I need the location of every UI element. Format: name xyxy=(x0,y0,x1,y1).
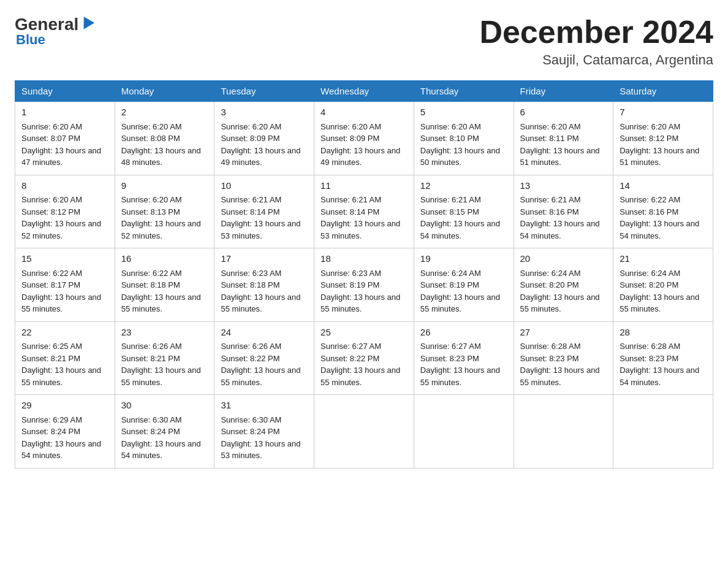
calendar-cell: 16Sunrise: 6:22 AMSunset: 8:18 PMDayligh… xyxy=(115,248,214,322)
calendar-cell: 13Sunrise: 6:21 AMSunset: 8:16 PMDayligh… xyxy=(514,175,613,248)
sunrise-label: Sunrise: 6:27 AM xyxy=(420,342,481,351)
week-row-1: 1Sunrise: 6:20 AMSunset: 8:07 PMDaylight… xyxy=(15,102,713,175)
day-number: 12 xyxy=(420,179,507,193)
day-number: 10 xyxy=(221,179,308,193)
sunset-label: Sunset: 8:21 PM xyxy=(121,354,180,363)
sunrise-label: Sunrise: 6:22 AM xyxy=(121,269,182,278)
calendar-cell: 20Sunrise: 6:24 AMSunset: 8:20 PMDayligh… xyxy=(514,248,613,322)
daylight-label: Daylight: 13 hours and 55 minutes. xyxy=(420,293,500,314)
sunrise-label: Sunrise: 6:20 AM xyxy=(620,122,680,131)
daylight-label: Daylight: 13 hours and 55 minutes. xyxy=(520,293,600,314)
sunrise-label: Sunrise: 6:21 AM xyxy=(420,195,481,204)
sunrise-label: Sunrise: 6:20 AM xyxy=(520,122,581,131)
calendar-cell xyxy=(414,395,514,469)
calendar-cell xyxy=(514,395,613,469)
calendar-cell: 24Sunrise: 6:26 AMSunset: 8:22 PMDayligh… xyxy=(214,321,314,395)
sunrise-label: Sunrise: 6:26 AM xyxy=(121,342,182,351)
week-row-4: 22Sunrise: 6:25 AMSunset: 8:21 PMDayligh… xyxy=(15,321,713,395)
calendar-header-row: SundayMondayTuesdayWednesdayThursdayFrid… xyxy=(15,81,713,102)
sunrise-label: Sunrise: 6:20 AM xyxy=(21,195,82,204)
sunset-label: Sunset: 8:13 PM xyxy=(121,207,180,216)
daylight-label: Daylight: 13 hours and 54 minutes. xyxy=(21,439,101,461)
sunset-label: Sunset: 8:09 PM xyxy=(221,134,279,143)
day-header-friday: Friday xyxy=(514,81,613,102)
daylight-label: Daylight: 13 hours and 52 minutes. xyxy=(121,219,201,240)
daylight-label: Daylight: 13 hours and 53 minutes. xyxy=(320,219,400,240)
day-number: 9 xyxy=(121,179,208,193)
day-number: 28 xyxy=(620,326,707,340)
sunrise-label: Sunrise: 6:24 AM xyxy=(520,269,581,278)
sunrise-label: Sunrise: 6:28 AM xyxy=(620,342,680,351)
daylight-label: Daylight: 13 hours and 50 minutes. xyxy=(420,146,500,167)
day-header-tuesday: Tuesday xyxy=(214,81,314,102)
day-header-thursday: Thursday xyxy=(414,81,514,102)
calendar-table: SundayMondayTuesdayWednesdayThursdayFrid… xyxy=(15,80,713,469)
sunset-label: Sunset: 8:14 PM xyxy=(320,207,379,216)
daylight-label: Daylight: 13 hours and 54 minutes. xyxy=(121,439,201,461)
daylight-label: Daylight: 13 hours and 51 minutes. xyxy=(520,146,600,167)
sunrise-label: Sunrise: 6:20 AM xyxy=(420,122,481,131)
daylight-label: Daylight: 13 hours and 49 minutes. xyxy=(320,146,400,167)
calendar-cell: 11Sunrise: 6:21 AMSunset: 8:14 PMDayligh… xyxy=(314,175,414,248)
day-number: 29 xyxy=(21,399,108,413)
day-number: 20 xyxy=(520,252,607,266)
sunset-label: Sunset: 8:07 PM xyxy=(21,134,80,143)
day-header-sunday: Sunday xyxy=(15,81,115,102)
calendar-cell: 14Sunrise: 6:22 AMSunset: 8:16 PMDayligh… xyxy=(613,175,713,248)
sunrise-label: Sunrise: 6:27 AM xyxy=(320,342,381,351)
page-header: General Blue December 2024 Saujil, Catam… xyxy=(15,15,713,68)
sunset-label: Sunset: 8:08 PM xyxy=(121,134,180,143)
day-number: 27 xyxy=(520,326,607,340)
day-number: 16 xyxy=(121,252,208,266)
calendar-cell: 2Sunrise: 6:20 AMSunset: 8:08 PMDaylight… xyxy=(115,102,214,175)
daylight-label: Daylight: 13 hours and 52 minutes. xyxy=(21,219,101,240)
logo-blue: Blue xyxy=(16,32,45,48)
daylight-label: Daylight: 13 hours and 55 minutes. xyxy=(221,293,300,314)
sunset-label: Sunset: 8:18 PM xyxy=(221,280,279,289)
day-number: 11 xyxy=(320,179,408,193)
sunset-label: Sunset: 8:21 PM xyxy=(21,354,80,363)
calendar-cell: 7Sunrise: 6:20 AMSunset: 8:12 PMDaylight… xyxy=(613,102,713,175)
sunrise-label: Sunrise: 6:24 AM xyxy=(420,269,481,278)
sunrise-label: Sunrise: 6:25 AM xyxy=(21,342,82,351)
sunset-label: Sunset: 8:10 PM xyxy=(420,134,479,143)
calendar-cell xyxy=(613,395,713,469)
day-number: 25 xyxy=(320,326,408,340)
day-header-monday: Monday xyxy=(115,81,214,102)
daylight-label: Daylight: 13 hours and 51 minutes. xyxy=(620,146,699,167)
daylight-label: Daylight: 13 hours and 55 minutes. xyxy=(620,293,699,314)
calendar-cell: 9Sunrise: 6:20 AMSunset: 8:13 PMDaylight… xyxy=(115,175,214,248)
sunrise-label: Sunrise: 6:20 AM xyxy=(320,122,381,131)
week-row-3: 15Sunrise: 6:22 AMSunset: 8:17 PMDayligh… xyxy=(15,248,713,322)
sunset-label: Sunset: 8:14 PM xyxy=(221,207,279,216)
sunset-label: Sunset: 8:09 PM xyxy=(320,134,379,143)
sunset-label: Sunset: 8:22 PM xyxy=(221,354,279,363)
day-number: 31 xyxy=(221,399,308,413)
calendar-cell: 28Sunrise: 6:28 AMSunset: 8:23 PMDayligh… xyxy=(613,321,713,395)
sunrise-label: Sunrise: 6:29 AM xyxy=(21,415,82,424)
daylight-label: Daylight: 13 hours and 53 minutes. xyxy=(221,439,300,461)
day-number: 6 xyxy=(520,105,607,120)
calendar-cell: 10Sunrise: 6:21 AMSunset: 8:14 PMDayligh… xyxy=(214,175,314,248)
calendar-cell: 3Sunrise: 6:20 AMSunset: 8:09 PMDaylight… xyxy=(214,102,314,175)
sunset-label: Sunset: 8:18 PM xyxy=(121,280,180,289)
day-number: 3 xyxy=(221,105,308,120)
sunrise-label: Sunrise: 6:22 AM xyxy=(21,269,82,278)
calendar-cell: 21Sunrise: 6:24 AMSunset: 8:20 PMDayligh… xyxy=(613,248,713,322)
calendar-cell: 22Sunrise: 6:25 AMSunset: 8:21 PMDayligh… xyxy=(15,321,115,395)
sunrise-label: Sunrise: 6:30 AM xyxy=(121,415,182,424)
calendar-cell: 12Sunrise: 6:21 AMSunset: 8:15 PMDayligh… xyxy=(414,175,514,248)
daylight-label: Daylight: 13 hours and 54 minutes. xyxy=(520,219,600,240)
sunrise-label: Sunrise: 6:23 AM xyxy=(320,269,381,278)
sunset-label: Sunset: 8:23 PM xyxy=(520,354,579,363)
day-number: 14 xyxy=(620,179,707,193)
sunset-label: Sunset: 8:19 PM xyxy=(320,280,379,289)
daylight-label: Daylight: 13 hours and 55 minutes. xyxy=(320,293,400,314)
calendar-cell: 1Sunrise: 6:20 AMSunset: 8:07 PMDaylight… xyxy=(15,102,115,175)
week-row-2: 8Sunrise: 6:20 AMSunset: 8:12 PMDaylight… xyxy=(15,175,713,248)
sunset-label: Sunset: 8:24 PM xyxy=(21,427,80,436)
calendar-cell: 30Sunrise: 6:30 AMSunset: 8:24 PMDayligh… xyxy=(115,395,214,469)
daylight-label: Daylight: 13 hours and 55 minutes. xyxy=(121,366,201,387)
location-title: Saujil, Catamarca, Argentina xyxy=(479,52,713,68)
day-number: 19 xyxy=(420,252,507,266)
